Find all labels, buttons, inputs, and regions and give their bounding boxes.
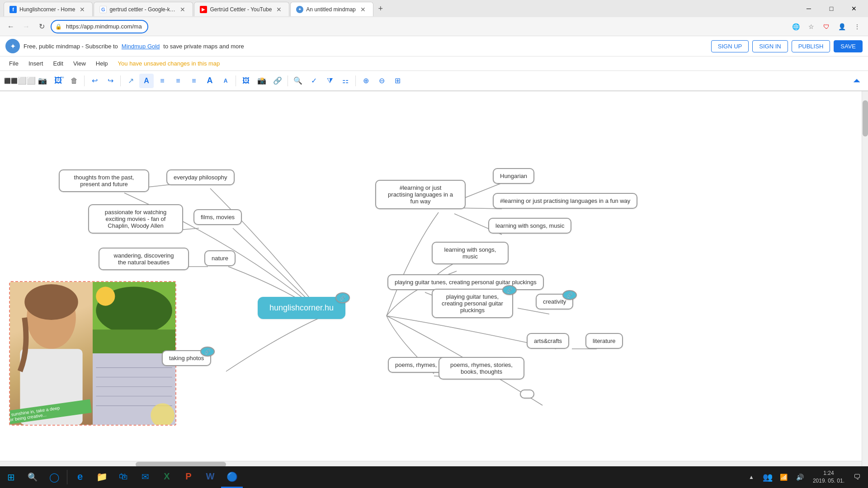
node-learning-songs[interactable]: learning with songs,music	[432, 242, 509, 264]
maximize-button[interactable]: □	[821, 1, 842, 16]
taskbar-powerpoint[interactable]: P	[178, 466, 199, 488]
layout-tool[interactable]: ⚏	[338, 74, 353, 88]
taking-photos-link-badge[interactable]: 🔗	[200, 347, 215, 357]
screenshot-tool[interactable]: 📸	[255, 74, 269, 88]
node-sports[interactable]	[520, 389, 534, 399]
menu-dots-icon[interactable]: ⋮	[851, 20, 863, 33]
search-tool[interactable]: 🔍	[291, 74, 305, 88]
tab-youtube[interactable]: ▶ Gertrúd Cettler - YouTube ✕	[194, 2, 289, 16]
node-thoughts[interactable]: thoughts from the past, present and futu…	[59, 169, 149, 192]
node-poems[interactable]: poems, rhymes, stories,books, thoughts	[439, 357, 524, 380]
save-button[interactable]: SAVE	[834, 40, 863, 52]
close-button[interactable]: ✕	[844, 1, 864, 16]
center-link-badge[interactable]: 🔗	[335, 292, 350, 303]
profile-icon[interactable]: 👤	[835, 20, 848, 33]
address-input[interactable]	[51, 20, 148, 33]
new-tab-button[interactable]: +	[374, 2, 387, 15]
add-child-tool[interactable]: ⬜⬜	[19, 74, 34, 88]
redo-tool[interactable]: ↪	[103, 74, 118, 88]
taskbar-store[interactable]: 🛍	[113, 466, 134, 488]
taskbar-cortana[interactable]: ◯	[43, 466, 65, 488]
sign-up-button[interactable]: SIGN UP	[711, 40, 749, 52]
reload-button[interactable]: ↻	[35, 20, 48, 33]
adblock-icon[interactable]: 🛡	[820, 20, 833, 33]
delete-tool[interactable]: 🗑	[67, 74, 81, 88]
tray-up-arrow[interactable]: ▲	[744, 470, 759, 484]
node-learning-languages[interactable]: #learning or justpractising languages in…	[375, 180, 466, 209]
node-youtube[interactable]: creativity 🔗	[536, 294, 573, 310]
publish-button[interactable]: PUBLISH	[792, 40, 830, 52]
bookmark-icon[interactable]: ☆	[805, 20, 817, 33]
minimize-button[interactable]: ─	[798, 1, 819, 16]
taskbar-chrome[interactable]: 🔵	[221, 466, 243, 488]
link-tool[interactable]: 🔗	[270, 74, 285, 88]
taskbar-mail[interactable]: ✉	[134, 466, 156, 488]
excel-icon: X	[164, 471, 170, 482]
image-tool[interactable]: 🖼+	[51, 74, 66, 88]
zoom-out-tool[interactable]: ⊖	[374, 74, 389, 88]
node-english[interactable]: Hungarian	[493, 168, 534, 184]
node-films[interactable]: films, movies	[193, 209, 242, 225]
camera-tool[interactable]: 📷	[35, 74, 50, 88]
align-right-tool[interactable]: ≡	[187, 74, 201, 88]
tab-youtube-close[interactable]: ✕	[274, 5, 283, 14]
translate-icon[interactable]: 🌐	[789, 20, 802, 33]
taskbar-word[interactable]: W	[199, 466, 221, 488]
node-creativity[interactable]: arts&crafts	[527, 333, 569, 349]
taskbar-excel[interactable]: X	[156, 466, 178, 488]
tab-facebook-close[interactable]: ✕	[78, 5, 87, 14]
sign-in-button[interactable]: SIGN IN	[752, 40, 788, 52]
menu-insert[interactable]: Insert	[24, 58, 48, 69]
taskbar-edge[interactable]: e	[69, 466, 91, 488]
node-nature[interactable]: nature	[204, 250, 236, 266]
node-german[interactable]: #learning or just practising languages i…	[493, 193, 637, 209]
menu-view[interactable]: View	[69, 58, 90, 69]
image2-tool[interactable]: 🖼	[239, 74, 253, 88]
node-films-desc[interactable]: passionate for watchingexciting movies -…	[88, 204, 183, 234]
align-center-tool[interactable]: ≡	[171, 74, 185, 88]
tray-volume-icon[interactable]: 🔊	[793, 470, 807, 484]
select-all-tool[interactable]: ⬛⬛	[4, 74, 18, 88]
menu-help[interactable]: Help	[91, 58, 113, 69]
notification-button[interactable]: 🗨	[850, 470, 864, 484]
checklist-tool[interactable]: ✓	[307, 74, 321, 88]
forward-button[interactable]: →	[20, 20, 33, 33]
taskbar-search[interactable]: 🔍	[22, 466, 43, 488]
start-button[interactable]: ⊞	[0, 466, 22, 488]
zoom-in-tool[interactable]: ⊕	[359, 74, 373, 88]
menu-edit[interactable]: Edit	[48, 58, 67, 69]
node-center[interactable]: hunglishcorner.hu 🔗	[258, 297, 345, 319]
scrollbar-vertical-thumb[interactable]	[863, 100, 868, 136]
scrollbar-vertical[interactable]	[862, 91, 868, 467]
tab-mindmup[interactable]: ✦ An untitled mindmap ✕	[290, 2, 373, 16]
system-clock[interactable]: 1:24 2019. 05. 01.	[809, 469, 848, 485]
undo-tool[interactable]: ↩	[87, 74, 102, 88]
node-arts[interactable]: literature	[585, 333, 623, 349]
font-decrease-tool[interactable]: A	[218, 74, 233, 88]
youtube-link-badge[interactable]: 🔗	[562, 290, 577, 300]
tab-google-close[interactable]: ✕	[178, 5, 187, 14]
tray-people-icon[interactable]: 👥	[760, 470, 775, 484]
guitar-link-badge[interactable]: 🔗	[502, 285, 517, 295]
taskbar-files[interactable]: 📁	[91, 466, 113, 488]
mindmup-gold-link[interactable]: Mindmup Gold	[122, 43, 160, 50]
zoom-fit-tool[interactable]: ⊞	[390, 74, 405, 88]
tray-network-icon[interactable]: 📶	[777, 470, 791, 484]
node-wandering[interactable]: wandering, discoveringthe natural beauti…	[99, 248, 189, 270]
text-bold-tool[interactable]: A	[139, 74, 154, 88]
tab-facebook[interactable]: f Hunglishcorner - Home ✕	[4, 2, 93, 16]
back-button[interactable]: ←	[5, 20, 17, 33]
arrow-tool[interactable]: ↗	[123, 74, 138, 88]
tab-mindmup-close[interactable]: ✕	[359, 5, 368, 14]
collapse-tool[interactable]: ⏶	[850, 74, 864, 88]
font-increase-tool[interactable]: A	[203, 74, 217, 88]
tab-google[interactable]: G gertrud cettler - Google-keresés ✕	[94, 2, 193, 16]
node-taking-photos[interactable]: taking photos 🔗	[162, 350, 211, 366]
align-left-tool[interactable]: ≡	[155, 74, 170, 88]
node-playing-guitar[interactable]: playing guitar tunes,creating personal g…	[432, 289, 513, 318]
node-everyday[interactable]: everyday philosophy	[166, 169, 235, 185]
filter-tool[interactable]: ⧩	[322, 74, 337, 88]
node-hungarian[interactable]: learning with songs, music	[488, 218, 571, 234]
node-music[interactable]: playing guitar tunes, creating personal …	[387, 274, 544, 290]
menu-file[interactable]: File	[5, 58, 23, 69]
